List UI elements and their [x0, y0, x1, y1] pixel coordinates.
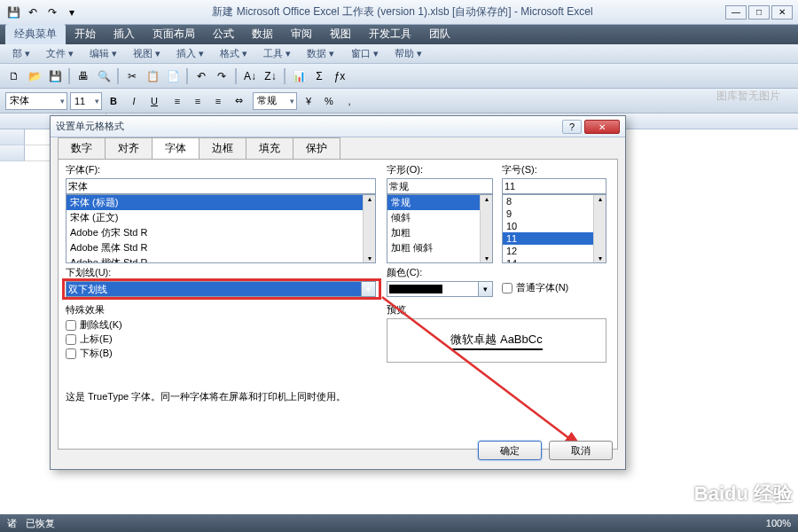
- font-item[interactable]: Adobe 楷体 Std R: [66, 255, 375, 263]
- sort-desc-icon[interactable]: Z↓: [262, 67, 279, 85]
- tab-data[interactable]: 数据: [243, 24, 282, 44]
- size-item[interactable]: 12: [503, 245, 606, 257]
- dlgtab-fill[interactable]: 填充: [246, 137, 293, 159]
- bold-icon[interactable]: B: [105, 92, 122, 110]
- cut-icon[interactable]: ✂: [123, 67, 141, 85]
- paste-icon[interactable]: 📄: [164, 67, 182, 85]
- redo-icon[interactable]: ↷: [213, 67, 231, 85]
- tab-home[interactable]: 开始: [66, 24, 105, 44]
- open-icon[interactable]: 📂: [26, 67, 43, 85]
- tab-classic[interactable]: 经典菜单: [5, 24, 66, 44]
- strike-checkbox[interactable]: 删除线(K): [66, 318, 243, 332]
- style-item[interactable]: 常规: [387, 195, 492, 210]
- copy-icon[interactable]: 📋: [144, 67, 161, 85]
- font-item[interactable]: 宋体 (正文): [66, 210, 375, 225]
- align-left-icon[interactable]: ≡: [168, 92, 186, 110]
- fx-icon[interactable]: ƒx: [331, 67, 348, 85]
- menu-window[interactable]: 窗口 ▾: [344, 45, 386, 62]
- chevron-down-icon[interactable]: ▾: [478, 282, 492, 296]
- size-listbox[interactable]: 8 9 10 11 12 14: [502, 194, 606, 263]
- style-item[interactable]: 倾斜: [387, 210, 492, 225]
- close-button[interactable]: ✕: [771, 5, 793, 20]
- currency-icon[interactable]: ¥: [300, 92, 317, 110]
- redo-icon[interactable]: ↷: [44, 4, 60, 20]
- cancel-button[interactable]: 取消: [549, 441, 613, 460]
- ok-button[interactable]: 确定: [478, 441, 542, 460]
- font-input[interactable]: 宋体: [66, 178, 376, 194]
- save-icon[interactable]: 💾: [46, 67, 64, 85]
- style-item[interactable]: 加粗: [387, 225, 492, 240]
- percent-icon[interactable]: %: [320, 92, 338, 110]
- tab-formula[interactable]: 公式: [204, 24, 243, 44]
- numfmt-combo[interactable]: 常规: [253, 92, 297, 110]
- dlgtab-font[interactable]: 字体: [152, 137, 200, 159]
- size-item[interactable]: 11: [503, 232, 606, 245]
- new-icon[interactable]: 🗋: [5, 67, 23, 85]
- comma-icon[interactable]: ,: [340, 92, 358, 110]
- size-item[interactable]: 8: [503, 195, 606, 207]
- italic-icon[interactable]: I: [125, 92, 143, 110]
- menu-data[interactable]: 数据 ▾: [300, 45, 341, 62]
- dlgtab-align[interactable]: 对齐: [105, 137, 153, 159]
- fontsize-combo[interactable]: 11: [70, 92, 102, 110]
- font-item[interactable]: Adobe 黑体 Std R: [66, 240, 375, 255]
- merge-icon[interactable]: ⇔: [230, 92, 247, 110]
- size-item[interactable]: 10: [503, 220, 606, 232]
- undo-icon[interactable]: ↶: [192, 67, 210, 85]
- maximize-button[interactable]: □: [748, 5, 770, 20]
- tab-review[interactable]: 审阅: [282, 24, 321, 44]
- normalfont-checkbox[interactable]: 普通字体(N): [502, 281, 568, 294]
- size-item[interactable]: 9: [503, 207, 606, 220]
- scrollbar[interactable]: [480, 195, 492, 262]
- dlgtab-number[interactable]: 数字: [58, 137, 106, 159]
- tab-insert[interactable]: 插入: [105, 24, 144, 44]
- minimize-button[interactable]: —: [725, 5, 747, 20]
- chart-icon[interactable]: 📊: [290, 67, 308, 85]
- checkbox[interactable]: [502, 283, 512, 293]
- sort-asc-icon[interactable]: A↓: [241, 67, 259, 85]
- dlgtab-protect[interactable]: 保护: [293, 137, 340, 159]
- align-right-icon[interactable]: ≡: [209, 92, 227, 110]
- undo-icon[interactable]: ↶: [25, 4, 41, 20]
- style-listbox[interactable]: 常规 倾斜 加粗 加粗 倾斜: [387, 194, 493, 263]
- dialog-close-button[interactable]: ✕: [584, 120, 620, 134]
- menu-insert[interactable]: 插入 ▾: [169, 45, 211, 62]
- scrollbar[interactable]: [593, 195, 606, 262]
- font-combo[interactable]: 宋体: [5, 92, 67, 110]
- print-icon[interactable]: 🖶: [74, 67, 92, 85]
- autosum-icon[interactable]: Σ: [310, 67, 328, 85]
- size-input[interactable]: 11: [502, 178, 606, 194]
- menu-view[interactable]: 视图 ▾: [126, 45, 168, 62]
- scrollbar[interactable]: [363, 195, 375, 262]
- statusbar: 诸 已恢复 100%: [0, 514, 798, 532]
- size-item[interactable]: 14: [503, 257, 606, 263]
- sub-checkbox[interactable]: 下标(B): [66, 347, 243, 360]
- font-listbox[interactable]: 宋体 (标题) 宋体 (正文) Adobe 仿宋 Std R Adobe 黑体 …: [66, 194, 376, 263]
- font-item[interactable]: Adobe 仿宋 Std R: [66, 225, 375, 240]
- dialog-help-button[interactable]: ?: [562, 120, 582, 134]
- underline-icon[interactable]: U: [145, 92, 163, 110]
- align-center-icon[interactable]: ≡: [189, 92, 207, 110]
- titlebar: 💾 ↶ ↷ ▾ 新建 Microsoft Office Excel 工作表 (v…: [0, 0, 798, 25]
- menu-edit[interactable]: 编辑 ▾: [82, 45, 124, 62]
- super-checkbox[interactable]: 上标(E): [66, 332, 243, 346]
- save-icon[interactable]: 💾: [5, 4, 21, 20]
- preview-icon[interactable]: 🔍: [95, 67, 113, 85]
- font-item[interactable]: 宋体 (标题): [66, 195, 375, 210]
- style-input[interactable]: 常规: [387, 178, 493, 194]
- dlgtab-border[interactable]: 边框: [199, 137, 246, 159]
- tab-dev[interactable]: 开发工具: [360, 24, 420, 44]
- tab-view[interactable]: 视图: [321, 24, 360, 44]
- style-item[interactable]: 加粗 倾斜: [387, 240, 492, 255]
- status-ready: 诸: [7, 517, 17, 530]
- menu-all[interactable]: 部 ▾: [5, 45, 37, 62]
- zoom-value[interactable]: 100%: [766, 518, 791, 528]
- menu-tools[interactable]: 工具 ▾: [256, 45, 298, 62]
- menu-help[interactable]: 帮助 ▾: [387, 45, 429, 62]
- qat-more-icon[interactable]: ▾: [64, 4, 80, 20]
- tab-layout[interactable]: 页面布局: [144, 24, 204, 44]
- color-combo[interactable]: ▾: [387, 281, 493, 297]
- menu-file[interactable]: 文件 ▾: [39, 45, 81, 62]
- menu-format[interactable]: 格式 ▾: [213, 45, 254, 62]
- tab-team[interactable]: 团队: [420, 24, 459, 44]
